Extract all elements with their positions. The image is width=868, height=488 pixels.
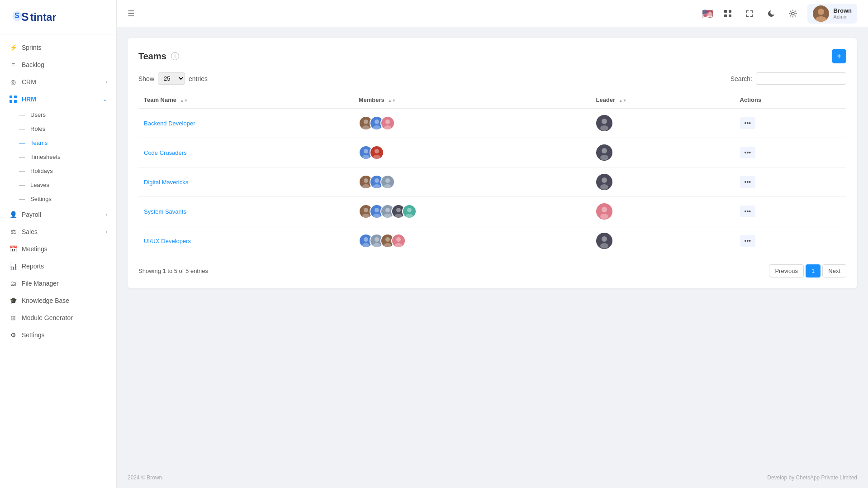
language-flag-icon[interactable]: 🇺🇸 (702, 8, 713, 19)
sidebar-label-payroll: Payroll (22, 211, 101, 218)
svg-rect-8 (724, 10, 727, 13)
page-header: Teams i + (138, 49, 846, 63)
svg-point-21 (602, 119, 607, 124)
svg-text:S: S (21, 10, 29, 23)
svg-rect-9 (729, 10, 731, 13)
main-area: ☰ 🇺🇸 Brown Admin (117, 0, 868, 488)
info-icon[interactable]: i (171, 52, 179, 60)
actions-cell: ••• (735, 108, 847, 138)
members-cell (353, 197, 591, 226)
svg-rect-4 (9, 96, 12, 98)
sidebar-item-payroll[interactable]: 👤 Payroll › (0, 206, 116, 223)
team-name-link[interactable]: Backend Developer (144, 120, 195, 127)
sidebar-item-module-generator[interactable]: ⊞ Module Generator (0, 309, 116, 326)
sidebar-label-knowledge-base: Knowledge Base (22, 297, 107, 304)
svg-point-15 (364, 120, 368, 124)
leader-cell (591, 138, 735, 167)
team-name-link[interactable]: Code Crusaders (144, 149, 187, 156)
sidebar-item-crm[interactable]: ◎ CRM › (0, 73, 116, 91)
svg-text:tintar: tintar (30, 11, 57, 23)
sidebar-item-sales[interactable]: ⚖ Sales › (0, 223, 116, 240)
members-cell (353, 138, 591, 167)
sidebar-item-file-manager[interactable]: 🗂 File Manager (0, 275, 116, 292)
table-row: Backend Developer••• (138, 108, 846, 138)
settings-gear-icon[interactable] (786, 6, 800, 21)
sidebar-label-holidays: Holidays (30, 167, 53, 174)
actions-cell: ••• (735, 138, 847, 167)
members-cell (353, 108, 591, 138)
svg-point-36 (600, 184, 608, 190)
svg-point-19 (385, 120, 390, 124)
sprint-icon: ⚡ (9, 43, 17, 52)
member-avatar (380, 175, 395, 189)
svg-point-25 (375, 149, 379, 153)
sidebar-sub-teams[interactable]: — Teams (0, 136, 116, 150)
leader-cell (591, 167, 735, 197)
page-content: Teams i + Show 25 10 50 100 entries (117, 27, 868, 467)
sort-members-icon: ▲▼ (388, 98, 396, 103)
row-actions-button[interactable]: ••• (740, 117, 756, 129)
member-avatar (391, 234, 406, 248)
pagination-wrap: Showing 1 to 5 of 5 entries Previous 1 N… (138, 264, 846, 277)
sidebar-item-meetings[interactable]: 📅 Meetings (0, 240, 116, 258)
user-role: Admin (834, 14, 852, 19)
svg-point-39 (375, 208, 379, 212)
teams-table: Team Name ▲▼ Members ▲▼ Leader ▲▼ Action… (138, 92, 846, 255)
sidebar-item-backlog[interactable]: ≡ Backlog (0, 56, 116, 73)
sidebar-label-reports: Reports (22, 263, 107, 270)
sidebar-sub-roles[interactable]: — Roles (0, 122, 116, 136)
reports-icon: 📊 (9, 262, 17, 270)
add-team-button[interactable]: + (832, 49, 846, 63)
payroll-icon: 👤 (9, 211, 17, 219)
sidebar-item-settings-main[interactable]: ⚙ Settings (0, 326, 116, 344)
svg-rect-7 (14, 100, 17, 103)
row-actions-button[interactable]: ••• (740, 235, 756, 247)
col-members[interactable]: Members ▲▼ (353, 92, 591, 108)
leader-avatar (596, 174, 612, 190)
payroll-arrow-icon: › (105, 211, 107, 218)
dark-mode-icon[interactable] (764, 6, 778, 21)
row-actions-button[interactable]: ••• (740, 206, 756, 217)
sidebar-item-knowledge-base[interactable]: 🎓 Knowledge Base (0, 292, 116, 309)
members-cell (353, 226, 591, 256)
sidebar-item-sprints[interactable]: ⚡ Sprints (0, 39, 116, 56)
sidebar-sub-holidays[interactable]: — Holidays (0, 164, 116, 178)
user-profile-button[interactable]: Brown Admin (807, 4, 857, 24)
search-wrap: Search: (730, 72, 846, 85)
col-leader[interactable]: Leader ▲▼ (591, 92, 735, 108)
sidebar-item-hrm[interactable]: HRM ⌄ (0, 91, 116, 108)
svg-point-33 (385, 178, 390, 183)
apps-grid-icon[interactable] (721, 6, 735, 21)
sidebar-sub-users[interactable]: — Users (0, 108, 116, 122)
row-actions-button[interactable]: ••• (740, 176, 756, 188)
fullscreen-icon[interactable] (742, 6, 757, 21)
sidebar-label-crm: CRM (22, 78, 101, 86)
sidebar-sub-leaves[interactable]: — Leaves (0, 178, 116, 192)
user-info: Brown Admin (834, 7, 852, 19)
team-name-link[interactable]: UI/UX Developers (144, 238, 191, 244)
col-actions: Actions (735, 92, 847, 108)
svg-point-14 (816, 16, 826, 22)
member-avatar (402, 204, 417, 219)
entries-select[interactable]: 25 10 50 100 (158, 72, 185, 85)
sales-arrow-icon: › (105, 229, 107, 235)
team-name-link[interactable]: Digital Mavericks (144, 179, 188, 186)
row-actions-button[interactable]: ••• (740, 147, 756, 158)
svg-point-46 (406, 214, 413, 218)
next-button[interactable]: Next (822, 264, 846, 277)
col-team-name[interactable]: Team Name ▲▼ (138, 92, 353, 108)
team-name-link[interactable]: System Savants (144, 208, 186, 215)
svg-text:S: S (14, 12, 19, 19)
team-name-cell: System Savants (138, 197, 353, 226)
menu-toggle-icon[interactable]: ☰ (128, 9, 135, 19)
svg-rect-10 (724, 14, 727, 17)
sidebar-item-reports[interactable]: 📊 Reports (0, 258, 116, 275)
page-1-button[interactable]: 1 (806, 264, 821, 277)
sidebar-label-settings: Settings (30, 196, 52, 202)
svg-rect-5 (14, 96, 17, 98)
search-input[interactable] (756, 72, 846, 85)
svg-point-17 (375, 120, 379, 124)
previous-button[interactable]: Previous (769, 264, 804, 277)
sidebar-sub-settings[interactable]: — Settings (0, 192, 116, 206)
sidebar-sub-timesheets[interactable]: — Timesheets (0, 150, 116, 164)
